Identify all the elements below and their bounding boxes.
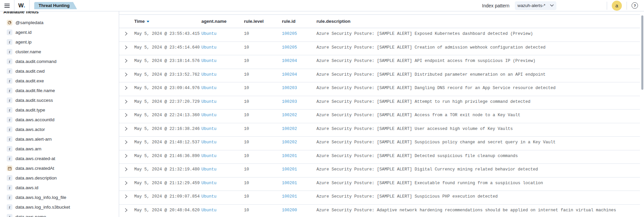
- field-list-item[interactable]: t data.aws.id: [3, 183, 117, 193]
- table-row: May 5, 2024 @ 21:32:19.480 Ubuntu 10 100…: [119, 164, 640, 177]
- cell-rule-level: 10: [244, 110, 282, 123]
- field-list-item[interactable]: t data.aws.log_info.s3bucket: [3, 202, 117, 212]
- cell-agent-name[interactable]: Ubuntu: [201, 205, 244, 217]
- table-row: May 5, 2024 @ 23:45:14.640 Ubuntu 10 100…: [119, 42, 640, 56]
- cell-agent-name[interactable]: Ubuntu: [201, 42, 244, 55]
- expand-row-chevron-icon[interactable]: [123, 72, 129, 77]
- cell-rule-id[interactable]: 100204: [282, 69, 316, 82]
- cell-rule-id[interactable]: 100205: [282, 42, 316, 55]
- cell-rule-id[interactable]: 100203: [282, 96, 316, 110]
- column-rule-id[interactable]: rule.id: [282, 19, 316, 24]
- column-rule-level[interactable]: rule.level: [244, 19, 282, 24]
- expand-row-chevron-icon[interactable]: [123, 139, 129, 145]
- field-list-item[interactable]: t data.aws.name: [3, 212, 117, 217]
- field-list-item[interactable]: t data.audit.cwd: [3, 66, 117, 76]
- field-name: agent.ip: [15, 40, 32, 45]
- cell-rule-id[interactable]: 100201: [282, 191, 316, 204]
- cell-rule-id[interactable]: 100201: [282, 177, 316, 191]
- field-list-item[interactable]: t data.audit.command: [3, 57, 117, 66]
- hamburger-menu-icon[interactable]: [0, 0, 14, 11]
- field-name: data.aws.log_info.s3bucket: [15, 205, 70, 210]
- expand-row-chevron-icon[interactable]: [123, 99, 129, 104]
- available-fields-title: Available fields: [3, 11, 117, 14]
- cell-rule-id[interactable]: 100200: [282, 205, 316, 217]
- expand-row-chevron-icon[interactable]: [123, 45, 129, 50]
- expand-row-chevron-icon[interactable]: [123, 31, 129, 37]
- field-list-item[interactable]: t data.aws.accountId: [3, 115, 117, 125]
- expand-row-chevron-icon[interactable]: [123, 180, 129, 186]
- expand-row-chevron-icon[interactable]: [123, 153, 129, 159]
- tab-threat-hunting[interactable]: Threat Hunting: [34, 2, 77, 9]
- table-header-row: Time agent.name rule.level rule.id rule.…: [119, 15, 640, 28]
- cell-agent-name[interactable]: Ubuntu: [201, 55, 244, 69]
- help-icon[interactable]: ?: [632, 2, 638, 9]
- expand-row-chevron-icon[interactable]: [123, 207, 129, 213]
- field-list-item[interactable]: t data.aws.actor: [3, 125, 117, 134]
- cell-agent-name[interactable]: Ubuntu: [201, 69, 244, 82]
- column-rule-description[interactable]: rule.description: [316, 19, 640, 24]
- cell-agent-name[interactable]: Ubuntu: [201, 123, 244, 137]
- cell-rule-id[interactable]: 100201: [282, 150, 316, 164]
- field-list-item[interactable]: t data.aws.created-at: [3, 154, 117, 163]
- cell-rule-id[interactable]: 100204: [282, 55, 316, 69]
- index-pattern-label: Index pattern: [482, 3, 509, 8]
- field-list-item[interactable]: t data.aws.createdAt: [3, 163, 117, 173]
- vertical-scrollbar[interactable]: [641, 15, 643, 90]
- field-list-item[interactable]: t data.aws.alert-arn: [3, 134, 117, 144]
- cell-time: May 5, 2024 @ 22:37:20.729: [134, 96, 201, 110]
- cell-agent-name[interactable]: Ubuntu: [201, 82, 244, 96]
- field-list-item[interactable]: t data.audit.exe: [3, 76, 117, 86]
- cell-rule-level: 10: [244, 55, 282, 69]
- cell-rule-id[interactable]: 100202: [282, 123, 316, 137]
- field-name: data.aws.name: [15, 214, 46, 217]
- field-type-icon: t: [7, 49, 12, 55]
- cell-agent-name[interactable]: Ubuntu: [201, 164, 244, 177]
- cell-agent-name[interactable]: Ubuntu: [201, 191, 244, 204]
- cell-rule-description: Azure Security Posture: [SAMPLE ALERT] D…: [316, 150, 640, 164]
- field-name: data.audit.success: [15, 98, 53, 103]
- field-type-icon: t: [7, 88, 12, 93]
- field-list-item[interactable]: t data.audit.type: [3, 105, 117, 115]
- field-list-item[interactable]: t data.aws.arn: [3, 144, 117, 154]
- expand-row-chevron-icon[interactable]: [123, 112, 129, 118]
- cell-time: May 5, 2024 @ 23:13:52.762: [134, 69, 201, 82]
- expand-row-chevron-icon[interactable]: [123, 166, 129, 172]
- field-type-icon: t: [7, 185, 12, 191]
- cell-rule-id[interactable]: 100205: [282, 28, 316, 42]
- field-list-item[interactable]: t data.audit.success: [3, 95, 117, 105]
- avatar[interactable]: a: [612, 1, 622, 11]
- column-time[interactable]: Time: [134, 19, 201, 24]
- field-name: data.aws.log_info.log_file: [15, 195, 66, 200]
- alerts-table: Time agent.name rule.level rule.id rule.…: [119, 14, 640, 217]
- field-list-item[interactable]: t data.audit.file.name: [3, 86, 117, 95]
- field-name: data.audit.command: [15, 59, 56, 64]
- field-list-item[interactable]: t @sampledata: [3, 18, 117, 27]
- table-row: May 5, 2024 @ 21:48:12.537 Ubuntu 10 100…: [119, 137, 640, 150]
- cell-rule-id[interactable]: 100201: [282, 164, 316, 177]
- cell-rule-level: 10: [244, 96, 282, 110]
- cell-rule-id[interactable]: 100202: [282, 110, 316, 123]
- cell-agent-name[interactable]: Ubuntu: [201, 110, 244, 123]
- field-list-item[interactable]: t data.aws.log_info.log_file: [3, 193, 117, 202]
- expand-row-chevron-icon[interactable]: [123, 194, 129, 199]
- cell-rule-id[interactable]: 100203: [282, 82, 316, 96]
- expand-row-chevron-icon[interactable]: [123, 58, 129, 64]
- cell-agent-name[interactable]: Ubuntu: [201, 150, 244, 164]
- field-list-item[interactable]: t data.aws.description: [3, 173, 117, 183]
- wazuh-logo[interactable]: W.: [14, 2, 29, 9]
- cell-time: May 5, 2024 @ 21:48:12.537: [134, 137, 201, 150]
- field-list-item[interactable]: t cluster.name: [3, 47, 117, 57]
- expand-row-chevron-icon[interactable]: [123, 85, 129, 91]
- expand-row-chevron-icon[interactable]: [123, 126, 129, 132]
- index-pattern-select[interactable]: wazuh-alerts-*: [515, 1, 556, 10]
- sort-desc-icon[interactable]: [147, 21, 149, 22]
- cell-agent-name[interactable]: Ubuntu: [201, 137, 244, 150]
- cell-agent-name[interactable]: Ubuntu: [201, 28, 244, 42]
- cell-agent-name[interactable]: Ubuntu: [201, 177, 244, 191]
- column-agent-name[interactable]: agent.name: [201, 19, 244, 24]
- cell-agent-name[interactable]: Ubuntu: [201, 96, 244, 110]
- cell-rule-id[interactable]: 100202: [282, 137, 316, 150]
- field-list-item[interactable]: t agent.ip: [3, 37, 117, 47]
- cell-time: May 5, 2024 @ 23:18:14.576: [134, 55, 201, 69]
- field-list-item[interactable]: t agent.id: [3, 27, 117, 37]
